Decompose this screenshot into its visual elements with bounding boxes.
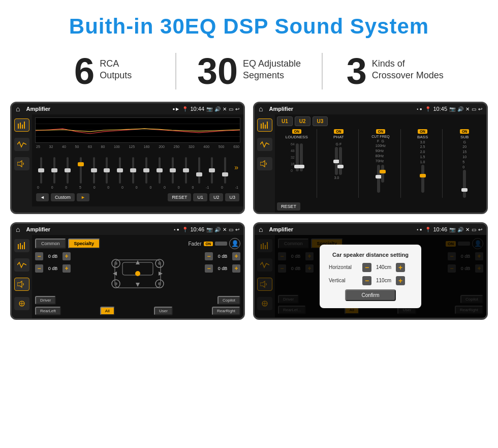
loudness-slider2[interactable]: [300, 143, 303, 171]
amp-loudness: ON LOUDNESS 64 48 32 16 0: [277, 129, 317, 198]
ch-u1-btn[interactable]: U1: [277, 116, 293, 126]
sub-sliders: [463, 170, 466, 198]
s2-reset-btn[interactable]: RESET: [277, 202, 300, 211]
eq-u3-btn[interactable]: U3: [225, 193, 239, 201]
sidebar-wave-btn[interactable]: [14, 138, 29, 151]
s2-speaker-btn[interactable]: [257, 157, 272, 170]
db-minus-3[interactable]: −: [205, 252, 213, 260]
eq-freq-labels: 25 32 40 50 63 80 100 125 160 200 250 32…: [35, 145, 240, 148]
driver-btn[interactable]: Driver: [35, 296, 56, 305]
eq-custom-btn[interactable]: Custom: [51, 193, 75, 201]
back-icon-2[interactable]: ↩: [478, 106, 482, 112]
vertical-minus[interactable]: −: [362, 276, 371, 285]
svg-point-27: [158, 262, 161, 265]
home-icon-4[interactable]: ⌂: [259, 225, 263, 233]
cutfreq-slider1[interactable]: [377, 165, 380, 193]
screen-speaker: ⌂ Amplifier ▪ ● 📍 10:46 📷 🔊 ✕ ▭ ↩: [10, 222, 245, 320]
sub-slider[interactable]: [463, 170, 466, 198]
s2-eq-btn[interactable]: [257, 118, 272, 132]
bass-on: ON: [418, 129, 427, 134]
cutfreq-on: ON: [376, 129, 386, 134]
bass-levels: 2.5 2.0 1.5 1.0: [420, 145, 425, 164]
car-diagram: [74, 252, 202, 293]
db-ctrl-4: − 0 dB +: [205, 264, 240, 273]
horizontal-plus[interactable]: +: [396, 263, 405, 272]
eq-play-btn[interactable]: ►: [77, 193, 89, 201]
phat-slider2[interactable]: [339, 147, 342, 175]
bass-slider[interactable]: [421, 165, 424, 193]
back-icon-3[interactable]: ↩: [235, 227, 239, 232]
db-plus-1[interactable]: +: [63, 252, 71, 260]
dot-icon-1: ● ▶: [172, 107, 179, 111]
back-icon-4[interactable]: ↩: [478, 227, 482, 232]
speaker-bottom-btns2: RearLeft All User RearRight: [35, 307, 240, 315]
status-bar-1: ⌂ Amplifier ● ▶ 📍 10:44 📷 🔊 ✕ ▭ ↩: [12, 103, 243, 114]
status-icons-3: 📍 10:46 📷 🔊 ✕ ▭ ↩: [182, 226, 239, 232]
home-icon-3[interactable]: ⌂: [16, 225, 20, 233]
svg-rect-15: [20, 243, 21, 249]
camera-icon-3: 📷: [206, 227, 212, 232]
svg-rect-1: [20, 123, 21, 129]
cutfreq-slider2[interactable]: [381, 165, 384, 183]
s2-reset-row: RESET: [277, 201, 484, 211]
db-left: − 0 dB + − 0 dB +: [35, 252, 71, 293]
s3-speaker-btn[interactable]: [14, 278, 29, 291]
svg-rect-17: [24, 242, 25, 249]
sidebar-speaker-btn[interactable]: [14, 157, 29, 170]
close-icon-4: ✕: [465, 227, 470, 232]
eq-u1-btn[interactable]: U1: [193, 193, 207, 201]
cutfreq-label: CUT FREQ: [371, 135, 390, 138]
all-btn[interactable]: All: [100, 307, 115, 315]
phat-slider1[interactable]: [335, 147, 338, 175]
db-plus-2[interactable]: +: [63, 264, 71, 273]
eq-sliders: »: [35, 151, 240, 184]
vertical-plus[interactable]: +: [396, 276, 405, 285]
phat-labels: G F: [336, 142, 342, 146]
db-ctrl-3: − 0 dB +: [205, 252, 240, 260]
horizontal-minus[interactable]: −: [362, 263, 371, 272]
sub-levels: 20 15 10 5 0: [462, 145, 466, 169]
db-plus-4[interactable]: +: [232, 264, 240, 273]
profile-icon-3[interactable]: 👤: [229, 238, 240, 249]
s3-eq-btn[interactable]: [14, 239, 29, 252]
user-btn[interactable]: User: [154, 307, 173, 315]
rearright-btn[interactable]: RearRight: [212, 307, 240, 315]
db-minus-4[interactable]: −: [205, 264, 213, 273]
s3-common-tab[interactable]: Common: [35, 238, 66, 249]
time-3: 10:46: [190, 226, 204, 232]
close-icon-3: ✕: [223, 227, 227, 232]
channel-btns: U1 U2 U3: [277, 116, 484, 126]
eq-prev-btn[interactable]: ◄: [36, 193, 49, 201]
s3-specialty-tab[interactable]: Specialty: [68, 238, 101, 249]
screen2-sidebar: [255, 114, 275, 213]
ch-u3-btn[interactable]: U3: [313, 116, 328, 126]
phat-label: PHAT: [333, 135, 344, 139]
ch-u2-btn[interactable]: U2: [295, 116, 310, 126]
distance-dialog: Car speaker distance setting Horizontal …: [320, 245, 421, 308]
confirm-button[interactable]: Confirm: [345, 289, 395, 301]
copilot-btn[interactable]: Copilot: [217, 296, 240, 305]
sub-vals: G: [463, 140, 465, 144]
eq-more-arrow[interactable]: »: [234, 163, 238, 171]
eq-u2-btn[interactable]: U2: [209, 193, 224, 201]
rearleft-btn[interactable]: RearLeft: [35, 307, 61, 315]
sidebar-eq-btn[interactable]: [14, 118, 29, 132]
fader-slider[interactable]: [215, 242, 227, 246]
s3-extra-btn[interactable]: [14, 297, 29, 310]
db-minus-1[interactable]: −: [35, 252, 43, 260]
eq-controls: ◄ Custom ► RESET U1 U2 U3: [35, 191, 240, 203]
volume-icon-4: 🔊: [457, 227, 463, 232]
cutfreq-sliders: [377, 165, 384, 193]
db-plus-3[interactable]: +: [232, 252, 240, 260]
svg-marker-4: [17, 161, 22, 167]
back-icon-1[interactable]: ↩: [235, 106, 239, 112]
s3-wave-btn[interactable]: [14, 258, 29, 272]
db-minus-2[interactable]: −: [35, 264, 43, 273]
status-bar-3: ⌂ Amplifier ▪ ● 📍 10:46 📷 🔊 ✕ ▭ ↩: [12, 224, 243, 235]
home-icon-1[interactable]: ⌂: [16, 105, 20, 113]
eq-reset-btn[interactable]: RESET: [168, 193, 191, 201]
eq-slider-8: [142, 157, 150, 184]
s2-wave-btn[interactable]: [257, 138, 272, 151]
time-4: 10:46: [433, 226, 447, 232]
home-icon-2[interactable]: ⌂: [259, 105, 263, 113]
